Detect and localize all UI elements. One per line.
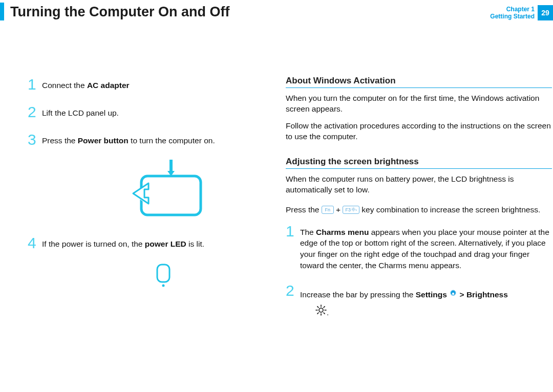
key-combo-paragraph: Press the Fn + F3+ key combination to in… xyxy=(286,202,552,217)
step-num: 1 xyxy=(286,224,300,239)
step-num: 3 xyxy=(28,132,42,147)
svg-line-24 xyxy=(317,313,318,314)
step-text: The Charms menu appears when you place y… xyxy=(300,224,552,271)
title-accent-bar xyxy=(0,3,4,20)
svg-point-16 xyxy=(452,293,454,295)
chapter-line1: Chapter 1 xyxy=(490,6,535,13)
svg-rect-4 xyxy=(157,265,169,282)
plus: + xyxy=(334,205,343,214)
monitor-illustration xyxy=(130,160,263,223)
svg-line-23 xyxy=(324,313,325,314)
activation-p2: Follow the activation procedures accordi… xyxy=(286,121,552,142)
brightness-p1: When the computer runs on battery power,… xyxy=(286,174,552,195)
svg-line-22 xyxy=(317,307,318,308)
step-3: 3 Press the Power button to turn the com… xyxy=(28,132,263,147)
section-head-brightness: Adjusting the screen brightness xyxy=(286,157,552,169)
step-text: Connect the AC adapter xyxy=(42,77,130,91)
step3-post: to turn the computer on. xyxy=(129,136,215,145)
activation-p1: When you turn the computer on for the ﬁr… xyxy=(286,93,552,115)
rstep2-bold2: Brightness xyxy=(466,290,508,299)
step4-post: is lit. xyxy=(186,239,204,248)
post-keys: key combination to increase the screen b… xyxy=(359,205,540,214)
fn-key-icon: Fn xyxy=(322,206,334,214)
page-title: Turning the Computer On and Off xyxy=(10,4,229,20)
rstep2-bold1: Settings xyxy=(416,290,449,299)
svg-text:+: + xyxy=(355,208,357,211)
step-text: If the power is turned on, the power LED… xyxy=(42,235,204,250)
step-text: Lift the LCD panel up. xyxy=(42,104,119,119)
f3-key-icon: F3+ xyxy=(343,206,359,214)
step-1: 1 Connect the AC adapter xyxy=(28,77,263,92)
gear-icon xyxy=(449,287,457,304)
svg-line-13 xyxy=(352,210,352,211)
svg-line-11 xyxy=(352,208,352,209)
step3-bold: Power button xyxy=(78,136,129,145)
rstep2-pre: Increase the bar by pressing the xyxy=(300,290,416,299)
rstep1-bold: Charms menu xyxy=(316,228,369,236)
header-right: Chapter 1 Getting Started 29 xyxy=(490,5,553,20)
rstep2-dot: . xyxy=(327,308,329,317)
svg-point-17 xyxy=(319,308,323,312)
step4-pre: If the power is turned on, the xyxy=(42,239,145,248)
step-num: 1 xyxy=(28,77,42,92)
step1-pre: Connect the xyxy=(42,81,87,90)
svg-rect-0 xyxy=(141,176,201,215)
step3-pre: Press the xyxy=(42,136,78,145)
step-num: 4 xyxy=(28,235,42,251)
rstep1-pre: The xyxy=(300,228,316,236)
step4-bold: power LED xyxy=(145,239,186,248)
chapter-label: Chapter 1 Getting Started xyxy=(490,6,535,20)
svg-point-5 xyxy=(162,285,165,287)
right-column: About Windows Activation When you turn t… xyxy=(286,76,552,334)
f3-label: F3 xyxy=(345,207,351,212)
brightness-icon xyxy=(315,304,327,322)
step-text: Press the Power button to turn the compu… xyxy=(42,132,215,146)
section-head-activation: About Windows Activation xyxy=(286,76,552,88)
step-4: 4 If the power is turned on, the power L… xyxy=(28,235,263,251)
power-led-icon xyxy=(156,263,263,290)
step-text: Increase the bar by pressing the Setting… xyxy=(300,283,508,322)
svg-line-14 xyxy=(354,208,355,209)
right-step-2: 2 Increase the bar by pressing the Setti… xyxy=(286,283,552,322)
left-column: 1 Connect the AC adapter 2 Lift the LCD … xyxy=(28,77,263,290)
right-step-1: 1 The Charms menu appears when you place… xyxy=(286,224,552,271)
step-2: 2 Lift the LCD panel up. xyxy=(28,104,263,120)
page-number: 29 xyxy=(538,5,553,20)
rstep2-gt: > xyxy=(457,290,466,299)
svg-point-6 xyxy=(352,209,354,210)
step-num: 2 xyxy=(28,104,42,120)
step-num: 2 xyxy=(286,283,300,298)
chapter-line2: Getting Started xyxy=(490,13,535,20)
step1-bold: AC adapter xyxy=(87,81,130,90)
svg-line-25 xyxy=(324,307,325,308)
svg-line-12 xyxy=(354,210,355,211)
press-the: Press the xyxy=(286,205,322,214)
